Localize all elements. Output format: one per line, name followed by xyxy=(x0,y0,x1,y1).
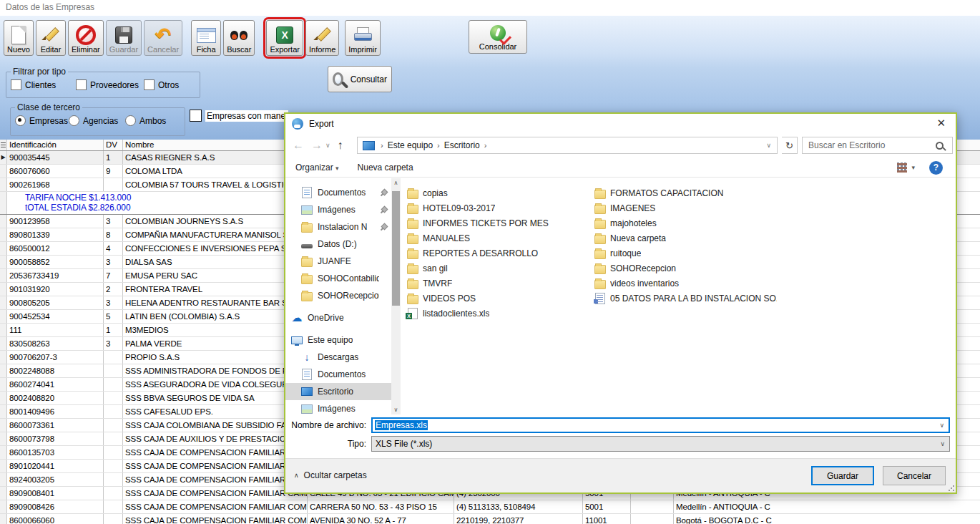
row-selector[interactable] xyxy=(0,473,7,486)
cell-nombre[interactable]: SSS CAJA DE AUXILIOS Y DE PRESTACION xyxy=(123,432,308,445)
radio-icon[interactable] xyxy=(69,115,79,126)
file-item[interactable]: REPORTES A DESARROLLO xyxy=(407,246,589,261)
file-item[interactable]: Nueva carpeta xyxy=(594,231,777,246)
hide-folders-button[interactable]: ∧ Ocultar carpetas xyxy=(294,470,367,480)
cell-identificacion[interactable]: 860076060 xyxy=(7,165,104,178)
cell-nombre[interactable]: SSS CAJA COLOMBIANA DE SUBSIDIO FAM xyxy=(123,419,308,432)
radio-icon-selected[interactable] xyxy=(15,115,26,126)
file-item[interactable]: FORMATOS CAPACITACION xyxy=(594,185,777,200)
cell-nombre[interactable]: PROPIO S.A.S xyxy=(123,351,308,364)
cell-identificacion[interactable]: 8002408820 xyxy=(7,392,104,404)
cell-nombre[interactable]: COMPAÑIA MANUFACTURERA MANISOL SA xyxy=(123,228,308,241)
cell-identificacion[interactable]: 111 xyxy=(7,324,104,336)
cell-dv[interactable]: 7 xyxy=(104,269,123,282)
organize-button[interactable]: Organizar ▾ xyxy=(295,162,339,173)
radio-icon[interactable] xyxy=(125,115,136,126)
cell-dv[interactable] xyxy=(104,446,123,459)
cell-dv[interactable] xyxy=(104,378,123,391)
cell-nombre[interactable]: CASAS RIEGNER S.A.S xyxy=(123,151,308,164)
cell-dv[interactable] xyxy=(104,178,123,191)
row-selector[interactable] xyxy=(0,269,7,282)
sidebar-item[interactable]: Datos (D:) xyxy=(285,236,391,253)
cell-nombre[interactable]: SSS CAJA DE COMPENSACION FAMILIAR COMFEN xyxy=(123,514,308,524)
cell-identificacion[interactable]: 8002248088 xyxy=(7,364,104,377)
file-item[interactable]: majohoteles xyxy=(594,215,777,231)
checkbox-otros[interactable]: Otros xyxy=(144,79,179,90)
column-header-identificacion[interactable]: Identificación xyxy=(7,140,104,150)
cell-identificacion[interactable]: 900123958 xyxy=(7,215,104,228)
cell-identificacion[interactable]: 830508263 xyxy=(7,337,104,350)
view-grid-icon[interactable] xyxy=(897,162,907,173)
cell-nombre[interactable]: SSS CAJA DE COMPENSACION FAMILIAR C xyxy=(123,460,308,472)
cell-dv[interactable] xyxy=(104,419,123,432)
cell-dv[interactable] xyxy=(104,487,123,500)
cell-identificacion[interactable]: 8600066060 xyxy=(7,514,104,524)
sidebar-item[interactable]: Este equipo xyxy=(285,331,391,349)
refresh-icon[interactable]: ↻ xyxy=(782,137,798,154)
help-icon[interactable]: ? xyxy=(929,161,943,175)
row-selector[interactable] xyxy=(0,337,7,350)
cell-direccion[interactable]: AVENIDA 30 NO. 52 A - 77 xyxy=(308,514,454,524)
row-selector[interactable] xyxy=(0,500,7,513)
checkbox-icon[interactable] xyxy=(190,110,202,122)
file-item[interactable]: MANUALES xyxy=(407,231,589,246)
file-item[interactable]: san gil xyxy=(407,261,589,276)
toolbar-button[interactable]: Informe xyxy=(305,20,339,56)
cell-nombre[interactable]: M3MEDIOS xyxy=(123,324,308,336)
cell-identificacion[interactable]: 8600274041 xyxy=(7,378,104,391)
filename-value[interactable]: Empresas.xls xyxy=(375,420,428,430)
cell-nombre[interactable]: SSS ADMINISTRADORA DE FONDOS DE PE xyxy=(123,364,308,377)
cell-dv[interactable]: 1 xyxy=(104,151,123,164)
sidebar-item[interactable]: JUANFE xyxy=(285,253,391,270)
row-selector[interactable] xyxy=(0,432,7,445)
cell-dv[interactable]: 3 xyxy=(104,296,123,309)
up-icon[interactable]: ↑ xyxy=(338,139,343,152)
cell-nombre[interactable]: HELENA ADENTRO RESTAURANTE BAR S.A xyxy=(123,296,308,309)
cell-nombre[interactable]: COLOMBIA 57 TOURS TRAVEL & LOGISTIC xyxy=(123,178,308,191)
toolbar-button[interactable]: Eliminar xyxy=(68,20,104,56)
filetype-chevron-icon[interactable]: ∨ xyxy=(940,440,945,447)
radio-empresas[interactable]: Empresas xyxy=(15,115,69,126)
sidebar-item[interactable]: Documentos xyxy=(285,184,391,201)
toolbar-button[interactable]: ↶ Cancelar xyxy=(144,20,182,56)
row-selector[interactable] xyxy=(0,228,7,241)
row-selector[interactable] xyxy=(0,378,7,391)
history-chevron-icon[interactable]: ∨ xyxy=(325,142,330,149)
cell-nombre[interactable]: DIALSA SAS xyxy=(123,256,308,268)
toolbar-button[interactable]: Buscar xyxy=(223,20,255,56)
cell-identificacion[interactable]: 8600135703 xyxy=(7,446,104,459)
file-item[interactable]: SOHORecepcion xyxy=(594,261,777,276)
cell-dv[interactable] xyxy=(104,351,123,364)
cell-identificacion[interactable]: 8600073798 xyxy=(7,432,104,445)
cell-nombre[interactable]: COLOMBIAN JOURNEYS S.A.S xyxy=(123,215,308,228)
cell-telefono[interactable]: 2210199, 2210377 xyxy=(454,514,583,524)
toolbar-button[interactable]: Nuevo xyxy=(4,20,34,56)
file-item[interactable]: listadoclientes.xls xyxy=(407,306,589,321)
cell-identificacion[interactable]: 900035445 xyxy=(7,151,104,164)
row-selector[interactable] xyxy=(0,215,7,228)
cell-nombre[interactable]: FRONTERA TRAVEL xyxy=(123,283,308,296)
cell-direccion[interactable]: CARRERA 50 NO. 53 - 43 PISO 15 xyxy=(308,500,454,513)
resize-grip[interactable] xyxy=(949,485,954,491)
file-item[interactable]: copias xyxy=(407,185,589,200)
toolbar-button[interactable]: X Exportar xyxy=(266,20,303,56)
checkbox-proveedores[interactable]: Proveedores xyxy=(76,79,144,90)
cell-identificacion[interactable]: 20536733419 xyxy=(7,269,104,282)
row-selector[interactable] xyxy=(0,310,7,323)
checkbox-icon[interactable] xyxy=(11,79,21,90)
cell-identificacion[interactable]: 901031920 xyxy=(7,283,104,296)
cell-dv[interactable]: 4 xyxy=(104,242,123,255)
cell-dv[interactable] xyxy=(104,460,123,472)
row-selector[interactable] xyxy=(0,487,7,500)
row-selector[interactable] xyxy=(0,446,7,459)
cell-dv[interactable]: 1 xyxy=(104,324,123,336)
filetype-select[interactable]: XLS File (*.xls) ∨ xyxy=(371,436,950,452)
cell-nombre[interactable]: LATIN BEN (COLOMBIA) S.A.S xyxy=(123,310,308,323)
cancel-button[interactable]: Cancelar xyxy=(883,466,946,485)
cell-ciudad[interactable]: Bogotá - BOGOTA D.C - C xyxy=(674,514,980,524)
row-selector[interactable] xyxy=(0,460,7,472)
cell-nombre[interactable]: SSS CAFESALUD EPS. xyxy=(123,405,308,418)
toolbar-button[interactable]: Imprimir xyxy=(345,20,381,56)
cell-dv[interactable]: 3 xyxy=(104,215,123,228)
cell-codigo[interactable]: 5001 xyxy=(583,500,631,513)
